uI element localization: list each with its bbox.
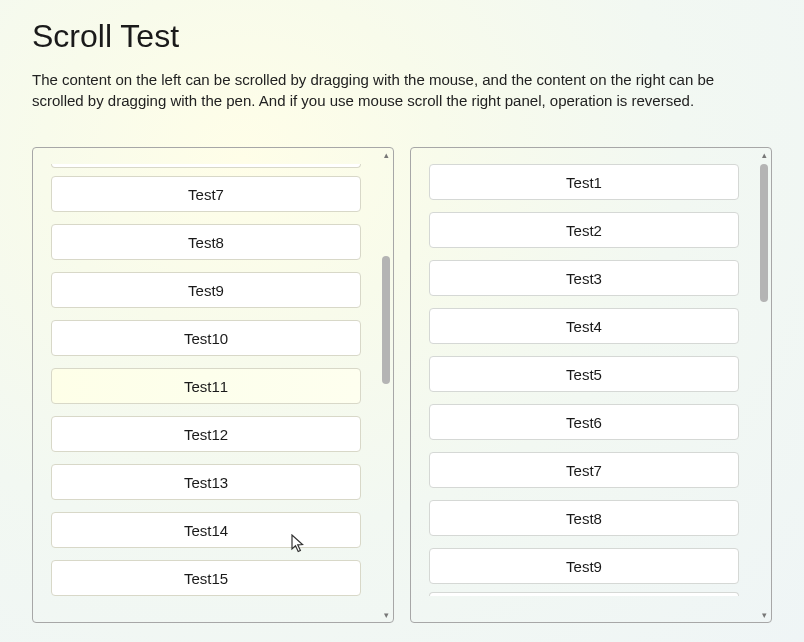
list-item[interactable]: Test7 [429,452,739,488]
list-item[interactable]: Test10 [51,320,361,356]
page-title: Scroll Test [32,18,772,55]
scrollbar-thumb[interactable] [760,164,768,302]
left-panel-content[interactable]: Test7 Test8 Test9 Test10 Test11 Test12 T… [33,148,379,622]
scroll-up-icon[interactable]: ▴ [381,150,391,160]
page-description: The content on the left can be scrolled … [32,69,752,111]
scrollbar-thumb[interactable] [382,256,390,384]
list-item[interactable]: Test15 [51,560,361,596]
partial-item-bottom [429,592,739,596]
list-item[interactable]: Test1 [429,164,739,200]
list-item[interactable]: Test14 [51,512,361,548]
scrollbar[interactable]: ▴ ▾ [757,148,771,622]
list-item[interactable]: Test3 [429,260,739,296]
list-item[interactable]: Test9 [51,272,361,308]
list-item[interactable]: Test11 [51,368,361,404]
list-item[interactable]: Test13 [51,464,361,500]
list-item[interactable]: Test7 [51,176,361,212]
scroll-down-icon[interactable]: ▾ [381,610,391,620]
right-scroll-panel[interactable]: Test1 Test2 Test3 Test4 Test5 Test6 Test… [410,147,772,623]
list-item[interactable]: Test5 [429,356,739,392]
scrollbar[interactable]: ▴ ▾ [379,148,393,622]
list-item[interactable]: Test6 [429,404,739,440]
list-item[interactable]: Test4 [429,308,739,344]
scroll-down-icon[interactable]: ▾ [759,610,769,620]
list-item[interactable]: Test8 [51,224,361,260]
list-item[interactable]: Test12 [51,416,361,452]
scroll-up-icon[interactable]: ▴ [759,150,769,160]
list-item[interactable]: Test8 [429,500,739,536]
list-item[interactable]: Test9 [429,548,739,584]
partial-item-top [51,164,361,168]
list-item[interactable]: Test2 [429,212,739,248]
right-panel-content[interactable]: Test1 Test2 Test3 Test4 Test5 Test6 Test… [411,148,757,622]
panels-container: Test7 Test8 Test9 Test10 Test11 Test12 T… [32,147,772,623]
left-scroll-panel[interactable]: Test7 Test8 Test9 Test10 Test11 Test12 T… [32,147,394,623]
